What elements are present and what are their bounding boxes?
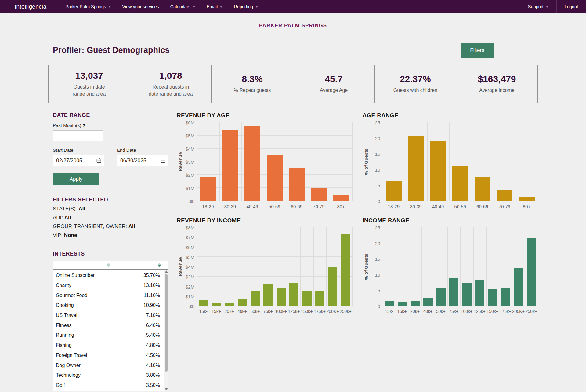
y-tick-label: $0: [189, 199, 194, 204]
stat-label: Average Age: [320, 87, 348, 94]
v-gridline: [308, 122, 308, 201]
nav-item-logout[interactable]: Logout: [557, 0, 586, 13]
y-axis-label: Revenue: [177, 122, 183, 201]
bar-80: [333, 195, 349, 201]
x-tick-label: 200K+: [326, 309, 339, 314]
past-months-input[interactable]: [53, 130, 103, 141]
x-tick-label: 200K+: [512, 309, 525, 314]
interest-percent: 6.40%: [146, 323, 160, 328]
v-gridline: [449, 122, 450, 201]
v-gridline: [421, 227, 422, 306]
sort-percent-icon[interactable]: [158, 263, 161, 267]
x-tick-label: 60-69: [286, 204, 308, 209]
y-tick-label: $4M: [186, 264, 194, 270]
stat-value: 8.3%: [242, 74, 262, 84]
x-tick-label: 50-59: [263, 204, 286, 209]
v-gridline: [538, 122, 538, 201]
chevron-down-icon: [108, 6, 111, 8]
chart-title: REVENUE BY INCOME: [177, 217, 352, 224]
h-gridline: [383, 138, 538, 138]
bar-100k: [277, 288, 286, 306]
nav-item-email[interactable]: Email: [207, 4, 222, 9]
v-gridline: [405, 122, 405, 201]
nav-item-reporting[interactable]: Reporting: [234, 4, 258, 9]
x-axis-labels: 18-2930-3940-4950-5960-6970-7980+: [197, 204, 352, 209]
interest-name: Online Subscriber: [56, 273, 143, 278]
scrollbar[interactable]: [164, 270, 168, 391]
h-gridline: [383, 122, 538, 122]
scrollbar-track[interactable]: [164, 273, 168, 388]
nav-item-view-your-services[interactable]: View your services: [122, 4, 159, 9]
stat-card-repeat-guests-in: 1,078Repeat guests in date range and are…: [130, 65, 211, 103]
v-gridline: [427, 122, 428, 201]
x-tick-label: 125k+: [473, 309, 486, 314]
y-axis-ticks: 0510152025: [369, 227, 383, 306]
interest-row-cooking: Cooking10.90%: [53, 300, 164, 310]
y-tick-label: $2M: [186, 284, 194, 289]
scroll-up-icon[interactable]: [165, 270, 168, 273]
x-tick-label: 40k+: [236, 309, 248, 314]
bar-50k: [251, 291, 260, 306]
y-tick-label: $5M: [186, 133, 194, 138]
scroll-down-icon[interactable]: [165, 388, 168, 390]
interest-percent: 7.10%: [146, 313, 160, 318]
filter-line-vip: VIP: None: [53, 232, 168, 238]
bar-100k: [462, 283, 471, 306]
y-tick-label: 20: [375, 241, 380, 246]
chart-body: % of Guests051015202518-2930-3940-4950-5…: [363, 122, 538, 209]
x-tick-label: 60-69: [471, 204, 494, 209]
chart-body: % of Guests051015202515k-15k+20k+40k+50k…: [363, 227, 538, 314]
bar-20k: [411, 301, 420, 306]
h-gridline: [197, 122, 352, 122]
stat-card-average-income: $163,479Average income: [456, 65, 537, 103]
v-gridline: [447, 227, 448, 306]
filters-button[interactable]: Filters: [461, 43, 494, 58]
chevron-down-icon: [255, 6, 258, 8]
y-tick-label: 15: [375, 256, 380, 262]
v-gridline: [275, 227, 275, 306]
start-date-label: Start Date: [53, 147, 104, 153]
x-tick-label: 20k+: [408, 309, 421, 314]
nav-item-parker-palm-springs[interactable]: Parker Palm Springs: [65, 4, 111, 9]
x-tick-label: 150k+: [486, 309, 499, 314]
chart-revenue-by-income: REVENUE BY INCOMERevenue$0$1M$2M$3M$4M$5…: [177, 217, 352, 314]
nav-item-calendars[interactable]: Calendars: [170, 4, 195, 9]
interest-row-fitness: Fitness6.40%: [53, 320, 164, 330]
calendar-icon[interactable]: [96, 158, 101, 163]
y-tick-label: $8M: [186, 225, 194, 230]
x-tick-label: 70-79: [308, 204, 330, 209]
calendar-icon[interactable]: [161, 158, 165, 163]
top-nav: Intelligencia Parker Palm SpringsView yo…: [0, 0, 586, 13]
brand-logo[interactable]: Intelligencia: [15, 3, 46, 10]
interest-name: Gourmet Food: [56, 293, 144, 298]
bar-40k: [238, 299, 247, 306]
y-tick-label: $2M: [186, 172, 194, 178]
stat-value: 1,078: [159, 71, 182, 81]
x-tick-label: 50k+: [249, 309, 262, 314]
x-tick-label: 75k+: [447, 309, 460, 314]
y-tick-label: 15: [375, 151, 380, 157]
interest-percent: 11.10%: [144, 293, 160, 298]
x-tick-label: 175k+: [499, 309, 512, 314]
x-axis-labels: 15k-15k+20k+40k+50k+75k+100k+125k+150k+1…: [197, 309, 352, 314]
filter-label: ADI:: [53, 215, 64, 220]
help-icon[interactable]: ?: [83, 123, 85, 128]
y-tick-label: $3M: [186, 274, 194, 279]
h-gridline: [383, 154, 538, 154]
interest-name: Fishing: [56, 343, 146, 348]
v-gridline: [249, 227, 249, 306]
nav-item-support[interactable]: Support: [520, 0, 556, 13]
v-gridline: [473, 227, 474, 306]
apply-button[interactable]: Apply: [53, 173, 99, 185]
bar-250k: [527, 238, 536, 306]
v-gridline: [326, 227, 327, 306]
y-axis-ticks: $0$1M$2M$3M$4M$5M$6M$7M$8M: [183, 227, 197, 306]
interest-name: Golf: [56, 383, 146, 388]
scrollbar-thumb[interactable]: [165, 274, 168, 372]
bar-150k: [488, 289, 497, 306]
plot-area: [197, 227, 352, 306]
sort-name-icon[interactable]: [107, 263, 110, 267]
chart-title: AGE RANGE: [363, 112, 538, 119]
v-gridline: [262, 227, 262, 306]
x-tick-label: 50k+: [434, 309, 447, 314]
